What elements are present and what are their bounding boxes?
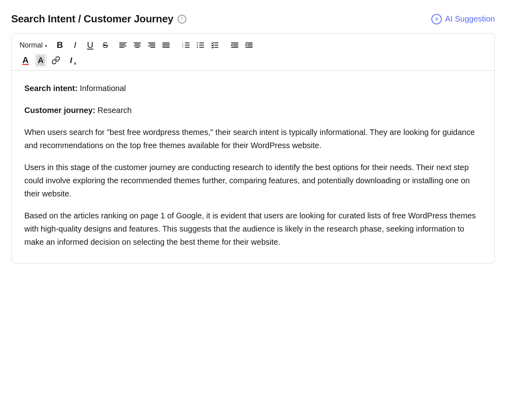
text-highlight-button[interactable]: A bbox=[34, 53, 47, 67]
indent-group bbox=[228, 38, 256, 52]
search-intent-value: Informational bbox=[77, 84, 126, 93]
checklist-button[interactable] bbox=[208, 38, 221, 52]
clear-format-button[interactable]: Ix bbox=[64, 53, 78, 67]
paragraph-2: Users in this stage of the customer jour… bbox=[24, 161, 482, 200]
svg-point-27 bbox=[197, 47, 198, 48]
svg-point-25 bbox=[197, 42, 198, 44]
content-area[interactable]: Search intent: Informational Customer jo… bbox=[12, 71, 494, 263]
toolbar: Normal ⬧ B I U S bbox=[12, 34, 494, 71]
alignment-group bbox=[116, 38, 173, 52]
align-justify-button[interactable] bbox=[159, 38, 173, 52]
page-title: Search Intent / Customer Journey bbox=[11, 13, 174, 25]
list-group: 1 2 3 bbox=[179, 38, 221, 52]
toolbar-row-2: A A Ix bbox=[19, 53, 487, 67]
align-right-button[interactable] bbox=[145, 38, 158, 52]
svg-text:1: 1 bbox=[182, 42, 184, 44]
customer-journey-value: Research bbox=[95, 106, 132, 115]
search-intent-line: Search intent: Informational bbox=[24, 82, 482, 95]
editor-container: Normal ⬧ B I U S bbox=[11, 33, 495, 263]
toolbar-row-1: Normal ⬧ B I U S bbox=[19, 38, 487, 52]
indent-button[interactable] bbox=[242, 38, 256, 52]
format-select-label: Normal bbox=[20, 41, 43, 50]
paragraph-3: Based on the articles ranking on page 1 … bbox=[24, 209, 482, 249]
outdent-button[interactable] bbox=[228, 38, 241, 52]
ordered-list-button[interactable]: 1 2 3 bbox=[179, 38, 193, 52]
svg-text:3: 3 bbox=[182, 46, 184, 48]
strikethrough-button[interactable]: S bbox=[99, 38, 112, 52]
italic-button[interactable]: I bbox=[68, 38, 82, 52]
paragraph-1: When users search for "best free wordpre… bbox=[24, 126, 482, 152]
page-header: Search Intent / Customer Journey ? + AI … bbox=[11, 13, 495, 25]
select-arrows-icon: ⬧ bbox=[44, 42, 47, 48]
align-left-button[interactable] bbox=[116, 38, 130, 52]
bold-button[interactable]: B bbox=[53, 38, 67, 52]
text-color-button[interactable]: A bbox=[19, 53, 32, 67]
underline-button[interactable]: U bbox=[83, 38, 97, 52]
customer-journey-line: Customer journey: Research bbox=[24, 104, 482, 117]
svg-text:2: 2 bbox=[182, 44, 184, 46]
search-intent-label: Search intent: bbox=[24, 84, 77, 93]
customer-journey-label: Customer journey: bbox=[24, 106, 95, 115]
svg-point-26 bbox=[197, 45, 198, 46]
ai-suggestion-label: AI Suggestion bbox=[445, 14, 495, 24]
ai-plus-icon: + bbox=[431, 14, 442, 24]
help-icon[interactable]: ? bbox=[178, 15, 186, 24]
link-button[interactable] bbox=[49, 53, 63, 67]
unordered-list-button[interactable] bbox=[194, 38, 207, 52]
format-select[interactable]: Normal ⬧ bbox=[19, 40, 48, 51]
align-center-button[interactable] bbox=[130, 38, 144, 52]
title-group: Search Intent / Customer Journey ? bbox=[11, 13, 186, 25]
ai-suggestion-button[interactable]: + AI Suggestion bbox=[431, 14, 495, 24]
